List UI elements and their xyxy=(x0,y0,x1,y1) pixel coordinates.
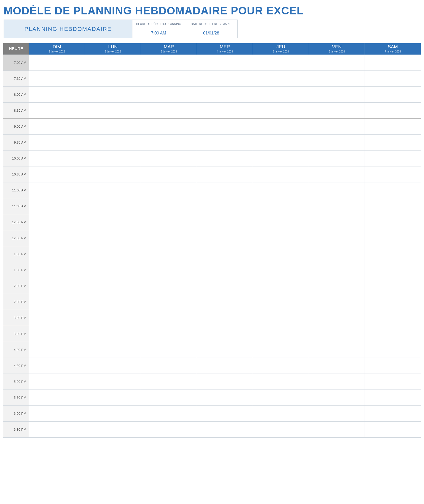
schedule-cell[interactable] xyxy=(85,135,141,151)
schedule-cell[interactable] xyxy=(197,406,253,422)
schedule-cell[interactable] xyxy=(197,374,253,390)
schedule-cell[interactable] xyxy=(309,422,365,438)
schedule-cell[interactable] xyxy=(197,390,253,406)
schedule-cell[interactable] xyxy=(365,135,421,151)
schedule-cell[interactable] xyxy=(29,135,85,151)
schedule-cell[interactable] xyxy=(253,166,309,182)
schedule-cell[interactable] xyxy=(197,230,253,246)
schedule-cell[interactable] xyxy=(29,342,85,358)
schedule-cell[interactable] xyxy=(365,246,421,262)
schedule-cell[interactable] xyxy=(197,422,253,438)
schedule-cell[interactable] xyxy=(141,406,197,422)
schedule-cell[interactable] xyxy=(141,198,197,214)
schedule-cell[interactable] xyxy=(29,55,85,71)
schedule-cell[interactable] xyxy=(365,230,421,246)
schedule-cell[interactable] xyxy=(309,262,365,278)
schedule-cell[interactable] xyxy=(197,71,253,87)
schedule-cell[interactable] xyxy=(141,262,197,278)
schedule-cell[interactable] xyxy=(141,55,197,71)
schedule-cell[interactable] xyxy=(365,422,421,438)
schedule-cell[interactable] xyxy=(85,182,141,198)
schedule-cell[interactable] xyxy=(365,390,421,406)
schedule-cell[interactable] xyxy=(29,262,85,278)
schedule-cell[interactable] xyxy=(309,198,365,214)
schedule-cell[interactable] xyxy=(85,262,141,278)
schedule-cell[interactable] xyxy=(141,214,197,230)
schedule-cell[interactable] xyxy=(141,87,197,103)
schedule-cell[interactable] xyxy=(29,406,85,422)
schedule-cell[interactable] xyxy=(29,358,85,374)
schedule-cell[interactable] xyxy=(309,390,365,406)
schedule-cell[interactable] xyxy=(85,166,141,182)
schedule-cell[interactable] xyxy=(141,342,197,358)
schedule-cell[interactable] xyxy=(85,406,141,422)
schedule-cell[interactable] xyxy=(197,166,253,182)
schedule-cell[interactable] xyxy=(85,71,141,87)
schedule-cell[interactable] xyxy=(365,374,421,390)
schedule-cell[interactable] xyxy=(85,342,141,358)
schedule-cell[interactable] xyxy=(197,87,253,103)
schedule-cell[interactable] xyxy=(85,151,141,166)
schedule-cell[interactable] xyxy=(253,374,309,390)
schedule-cell[interactable] xyxy=(85,310,141,326)
schedule-cell[interactable] xyxy=(29,214,85,230)
schedule-cell[interactable] xyxy=(197,214,253,230)
start-time-value[interactable]: 7:00 AM xyxy=(132,28,185,38)
schedule-cell[interactable] xyxy=(29,151,85,166)
schedule-cell[interactable] xyxy=(253,230,309,246)
schedule-cell[interactable] xyxy=(29,87,85,103)
schedule-cell[interactable] xyxy=(197,198,253,214)
schedule-cell[interactable] xyxy=(141,374,197,390)
schedule-cell[interactable] xyxy=(29,246,85,262)
schedule-cell[interactable] xyxy=(29,182,85,198)
schedule-cell[interactable] xyxy=(253,358,309,374)
schedule-cell[interactable] xyxy=(85,87,141,103)
schedule-cell[interactable] xyxy=(197,278,253,294)
schedule-cell[interactable] xyxy=(365,119,421,135)
schedule-cell[interactable] xyxy=(309,55,365,71)
schedule-cell[interactable] xyxy=(85,390,141,406)
schedule-cell[interactable] xyxy=(309,310,365,326)
schedule-cell[interactable] xyxy=(253,278,309,294)
schedule-cell[interactable] xyxy=(141,230,197,246)
schedule-cell[interactable] xyxy=(85,230,141,246)
schedule-cell[interactable] xyxy=(253,55,309,71)
schedule-cell[interactable] xyxy=(141,358,197,374)
schedule-cell[interactable] xyxy=(253,342,309,358)
schedule-cell[interactable] xyxy=(85,294,141,310)
schedule-cell[interactable] xyxy=(29,166,85,182)
schedule-cell[interactable] xyxy=(309,406,365,422)
schedule-cell[interactable] xyxy=(365,278,421,294)
schedule-cell[interactable] xyxy=(253,103,309,119)
schedule-cell[interactable] xyxy=(141,182,197,198)
schedule-cell[interactable] xyxy=(85,246,141,262)
schedule-cell[interactable] xyxy=(253,390,309,406)
schedule-cell[interactable] xyxy=(197,151,253,166)
schedule-cell[interactable] xyxy=(141,103,197,119)
schedule-cell[interactable] xyxy=(365,166,421,182)
start-date-value[interactable]: 01/01/28 xyxy=(185,28,238,38)
schedule-cell[interactable] xyxy=(365,103,421,119)
schedule-cell[interactable] xyxy=(309,342,365,358)
schedule-cell[interactable] xyxy=(253,310,309,326)
schedule-cell[interactable] xyxy=(197,103,253,119)
schedule-cell[interactable] xyxy=(309,214,365,230)
schedule-cell[interactable] xyxy=(253,87,309,103)
schedule-cell[interactable] xyxy=(85,358,141,374)
schedule-cell[interactable] xyxy=(29,390,85,406)
schedule-cell[interactable] xyxy=(309,230,365,246)
schedule-cell[interactable] xyxy=(253,422,309,438)
schedule-cell[interactable] xyxy=(253,71,309,87)
schedule-cell[interactable] xyxy=(29,230,85,246)
schedule-cell[interactable] xyxy=(253,262,309,278)
schedule-cell[interactable] xyxy=(141,119,197,135)
schedule-cell[interactable] xyxy=(365,310,421,326)
schedule-cell[interactable] xyxy=(141,294,197,310)
schedule-cell[interactable] xyxy=(309,166,365,182)
schedule-cell[interactable] xyxy=(85,422,141,438)
schedule-cell[interactable] xyxy=(29,119,85,135)
schedule-cell[interactable] xyxy=(197,294,253,310)
schedule-cell[interactable] xyxy=(253,326,309,342)
schedule-cell[interactable] xyxy=(197,310,253,326)
schedule-cell[interactable] xyxy=(253,294,309,310)
